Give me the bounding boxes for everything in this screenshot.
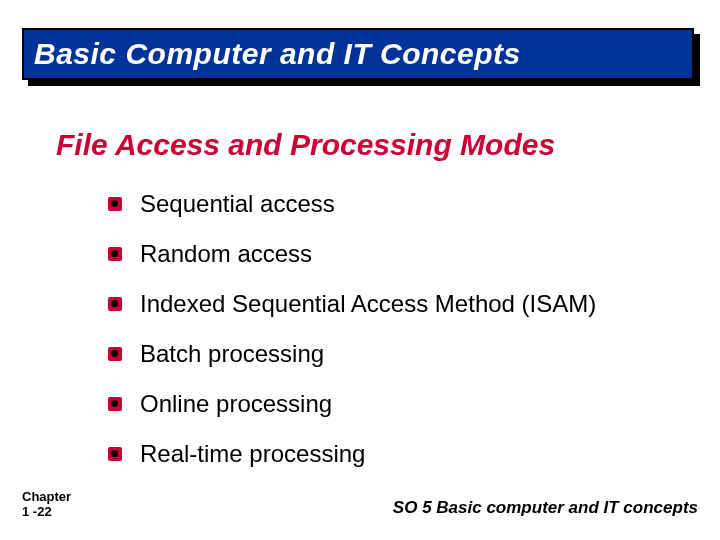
footer-chapter-line1: Chapter [22, 489, 71, 505]
bullet-icon [108, 247, 122, 261]
footer-chapter: Chapter 1 -22 [22, 489, 71, 520]
bullet-icon [108, 297, 122, 311]
slide-subtitle: File Access and Processing Modes [56, 128, 555, 162]
bullet-text: Sequential access [140, 190, 335, 218]
slide-title: Basic Computer and IT Concepts [34, 37, 521, 71]
list-item: Online processing [108, 390, 596, 418]
title-bar-fill: Basic Computer and IT Concepts [22, 28, 694, 80]
footer-objective: SO 5 Basic computer and IT concepts [393, 498, 698, 518]
list-item: Batch processing [108, 340, 596, 368]
bullet-text: Online processing [140, 390, 332, 418]
bullet-text: Random access [140, 240, 312, 268]
list-item: Indexed Sequential Access Method (ISAM) [108, 290, 596, 318]
bullet-icon [108, 447, 122, 461]
bullet-icon [108, 347, 122, 361]
bullet-text: Indexed Sequential Access Method (ISAM) [140, 290, 596, 318]
list-item: Real-time processing [108, 440, 596, 468]
list-item: Sequential access [108, 190, 596, 218]
bullet-icon [108, 197, 122, 211]
bullet-text: Real-time processing [140, 440, 365, 468]
bullet-list: Sequential access Random access Indexed … [108, 190, 596, 490]
bullet-text: Batch processing [140, 340, 324, 368]
bullet-icon [108, 397, 122, 411]
list-item: Random access [108, 240, 596, 268]
title-bar: Basic Computer and IT Concepts [22, 28, 698, 82]
footer-chapter-line2: 1 -22 [22, 504, 71, 520]
